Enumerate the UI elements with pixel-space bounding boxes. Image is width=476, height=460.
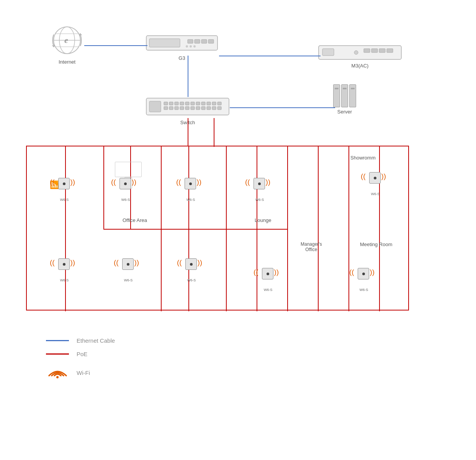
legend-ethernet: Ethernet Cable xyxy=(46,337,115,344)
svg-rect-29 xyxy=(191,102,195,105)
divider-v4 xyxy=(287,146,288,311)
svg-text:((: (( xyxy=(50,258,55,266)
svg-text:)): )) xyxy=(265,178,270,186)
svg-rect-35 xyxy=(164,107,168,110)
svg-text:)): )) xyxy=(70,178,75,186)
svg-rect-10 xyxy=(201,39,207,43)
svg-rect-9 xyxy=(195,39,200,43)
legend-wifi: Wi-Fi xyxy=(46,364,115,381)
ap-showroom: (( )) W6-S xyxy=(360,168,391,191)
m3ac-label: M3(AC) xyxy=(352,63,369,69)
svg-text:)): )) xyxy=(70,258,75,266)
svg-rect-45 xyxy=(218,107,221,110)
legend-ethernet-label: Ethernet Cable xyxy=(77,337,115,344)
g3-icon xyxy=(146,33,218,54)
svg-rect-42 xyxy=(201,107,205,110)
svg-rect-17 xyxy=(364,49,370,53)
internet-device: e Internet xyxy=(50,23,84,65)
svg-rect-36 xyxy=(169,107,173,110)
svg-rect-33 xyxy=(212,102,216,105)
svg-point-66 xyxy=(56,376,59,378)
svg-rect-43 xyxy=(207,107,211,110)
g3-device: G3 xyxy=(146,33,218,61)
svg-text:)): )) xyxy=(370,268,375,276)
svg-text:e: e xyxy=(64,35,68,45)
cable-poe-v1 xyxy=(188,146,189,311)
office-area-label: Office Area xyxy=(123,217,147,223)
meeting-label: Meeting Room xyxy=(360,242,393,247)
legend-wifi-icon xyxy=(46,364,69,381)
ap-7: (( )) W6-S xyxy=(113,254,144,277)
svg-text:)): )) xyxy=(381,172,386,180)
svg-text:)): )) xyxy=(196,178,201,186)
ap-managers: (( )) W6-S xyxy=(253,263,283,286)
ap-8: (( )) W6-S xyxy=(176,254,207,277)
svg-rect-18 xyxy=(371,49,378,53)
svg-rect-27 xyxy=(180,102,184,105)
ap-4: (( )) W6-S xyxy=(244,173,275,196)
svg-rect-26 xyxy=(175,102,178,105)
svg-rect-24 xyxy=(164,102,168,105)
svg-text:((: (( xyxy=(50,178,55,186)
divider-v5 xyxy=(348,146,349,311)
ap-6: (( )) W6-S xyxy=(49,254,80,277)
cable-switch-floor xyxy=(188,118,188,146)
m3ac-icon xyxy=(318,44,402,61)
svg-rect-39 xyxy=(185,107,189,110)
svg-rect-20 xyxy=(387,49,393,53)
furniture-desk-1 xyxy=(115,162,142,177)
showroom-label: Showromm xyxy=(350,155,376,161)
legend-poe-label: PoE xyxy=(77,351,87,357)
svg-text:((: (( xyxy=(245,178,250,186)
ap-meeting: (( )) W6-S xyxy=(348,263,379,286)
svg-rect-8 xyxy=(188,39,193,43)
cable-poe-col3 xyxy=(257,146,257,311)
floor-plan: Office Area Lounge Showromm Manager'sOff… xyxy=(26,146,409,310)
legend-poe: PoE xyxy=(46,351,115,357)
svg-rect-28 xyxy=(185,102,189,105)
diagram-container: e Internet G3 xyxy=(0,0,476,460)
managers-label: Manager'sOffice xyxy=(301,242,322,252)
svg-rect-34 xyxy=(218,102,221,105)
switch-icon xyxy=(146,96,230,118)
m3ac-device: M3(AC) xyxy=(318,44,402,69)
svg-rect-38 xyxy=(180,107,184,110)
server-icon xyxy=(333,84,356,107)
svg-text:((: (( xyxy=(176,178,181,186)
server-device: Server xyxy=(333,84,356,115)
internet-icon: e xyxy=(50,23,84,58)
cable-switch-server xyxy=(230,107,335,108)
svg-point-13 xyxy=(190,45,192,48)
cable-switch-down xyxy=(214,118,214,147)
cable-poe-col1 xyxy=(65,146,66,311)
ap-1: 📶 (( )) W6-S xyxy=(49,173,80,196)
legend-wifi-label: Wi-Fi xyxy=(77,370,90,376)
svg-point-21 xyxy=(354,51,358,54)
svg-point-12 xyxy=(186,45,188,48)
svg-text:)): )) xyxy=(131,178,136,186)
svg-rect-44 xyxy=(212,107,216,110)
internet-label: Internet xyxy=(59,59,75,65)
svg-text:((: (( xyxy=(349,268,354,276)
svg-text:((: (( xyxy=(361,172,366,180)
svg-rect-11 xyxy=(208,39,214,43)
cable-g3-switch xyxy=(188,56,188,97)
ap-3: (( )) W6-S xyxy=(175,173,206,196)
cable-g3-m3ac xyxy=(219,56,321,56)
svg-text:)): )) xyxy=(197,258,202,266)
svg-rect-25 xyxy=(169,102,173,105)
svg-text:((: (( xyxy=(254,268,258,276)
g3-label: G3 xyxy=(178,55,185,61)
svg-rect-32 xyxy=(207,102,211,105)
cable-internet-g3 xyxy=(84,45,147,46)
svg-text:((: (( xyxy=(111,178,116,186)
server-label: Server xyxy=(337,109,352,115)
svg-rect-37 xyxy=(175,107,178,110)
svg-rect-31 xyxy=(201,102,205,105)
svg-rect-19 xyxy=(379,49,385,53)
svg-rect-40 xyxy=(191,107,195,110)
svg-text:((: (( xyxy=(114,258,119,266)
divider-v1 xyxy=(103,146,104,229)
legend-poe-line xyxy=(46,353,69,355)
cable-poe-col4 xyxy=(318,146,319,311)
